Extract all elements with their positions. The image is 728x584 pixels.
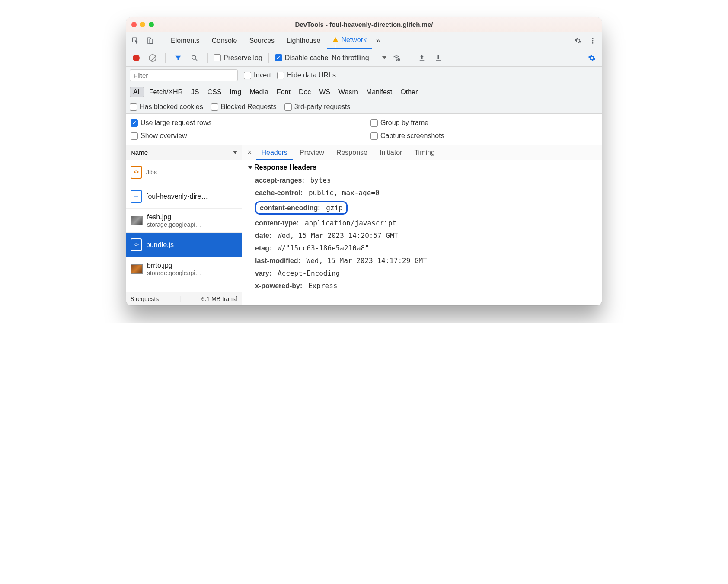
request-primary: brrto.jpg xyxy=(147,262,201,270)
type-img[interactable]: Img xyxy=(227,87,245,97)
request-row[interactable]: <> /libs xyxy=(126,160,242,184)
type-js[interactable]: JS xyxy=(188,87,203,97)
header-line: x-powered-by: Express xyxy=(248,279,596,292)
close-details-icon[interactable]: × xyxy=(245,148,255,157)
blocked-requests-label: Blocked Requests xyxy=(221,103,277,111)
tab-lighthouse[interactable]: Lighthouse xyxy=(281,32,326,49)
request-secondary: storage.googleapi… xyxy=(147,270,201,276)
network-settings-gear-icon[interactable] xyxy=(585,51,598,64)
window-minimize-button[interactable] xyxy=(140,22,145,27)
separator xyxy=(579,53,579,63)
separator xyxy=(268,53,269,63)
type-wasm[interactable]: Wasm xyxy=(335,87,361,97)
search-icon[interactable] xyxy=(188,51,201,64)
header-line: content-type: application/javascript xyxy=(248,217,596,229)
name-column-header[interactable]: Name xyxy=(126,145,242,160)
type-doc[interactable]: Doc xyxy=(295,87,314,97)
disable-cache-label: Disable cache xyxy=(285,54,329,62)
header-value: application/javascript xyxy=(305,219,396,227)
header-value: gzip xyxy=(326,204,343,212)
request-primary: bundle.js xyxy=(146,241,174,249)
request-row[interactable]: fesh.jpg storage.googleapi… xyxy=(126,209,242,233)
type-all[interactable]: All xyxy=(130,87,144,97)
device-toolbar-icon[interactable] xyxy=(144,34,156,47)
request-row[interactable]: brrto.jpg storage.googleapi… xyxy=(126,257,242,281)
kebab-menu-icon[interactable] xyxy=(586,34,599,47)
header-line: last-modified: Wed, 15 Mar 2023 14:17:29… xyxy=(248,254,596,267)
window-close-button[interactable] xyxy=(131,22,137,27)
tab-elements[interactable]: Elements xyxy=(166,32,205,49)
inspect-element-icon[interactable] xyxy=(129,34,142,47)
throttling-select[interactable]: No throttling xyxy=(332,54,386,62)
header-line: accept-ranges: bytes xyxy=(248,174,596,186)
script-file-icon: <> xyxy=(131,166,142,179)
type-filter-row: All Fetch/XHR JS CSS Img Media Font Doc … xyxy=(126,84,602,100)
network-conditions-icon[interactable] xyxy=(390,51,403,64)
download-har-icon[interactable] xyxy=(432,51,445,64)
svg-rect-2 xyxy=(150,39,153,44)
detail-tabs: × Headers Preview Response Initiator Tim… xyxy=(242,145,602,160)
detail-tab-preview[interactable]: Preview xyxy=(294,145,329,160)
separator xyxy=(567,36,567,45)
image-thumb-icon xyxy=(131,264,143,274)
request-row-selected[interactable]: <> bundle.js xyxy=(126,233,242,257)
request-secondary: /libs xyxy=(146,169,157,176)
titlebar: DevTools - foul-heavenly-direction.glitc… xyxy=(126,17,602,32)
tab-sources[interactable]: Sources xyxy=(244,32,280,49)
disable-cache-checkbox[interactable]: Disable cache xyxy=(275,54,329,62)
header-value: Express xyxy=(308,282,337,290)
blocked-cookies-checkbox[interactable]: Has blocked cookies xyxy=(130,103,203,111)
extra-filter-row: Has blocked cookies Blocked Requests 3rd… xyxy=(126,100,602,114)
header-line: etag: W/"15cc63-186e5a210a8" xyxy=(248,242,596,254)
type-other[interactable]: Other xyxy=(397,87,421,97)
window-zoom-button[interactable] xyxy=(149,22,154,27)
tab-network-label: Network xyxy=(341,31,367,48)
settings-gear-icon[interactable] xyxy=(572,34,584,47)
request-list-panel: Name <> /libs foul-heavenly-dire xyxy=(126,145,242,305)
checkbox-box xyxy=(244,72,251,79)
header-name: cache-control: xyxy=(255,189,303,196)
header-line-highlighted: content-encoding: gzip xyxy=(248,199,596,217)
svg-point-5 xyxy=(592,42,594,43)
response-headers-section[interactable]: Response Headers xyxy=(248,164,596,171)
detail-tab-timing[interactable]: Timing xyxy=(409,145,440,160)
request-details-panel: × Headers Preview Response Initiator Tim… xyxy=(242,145,602,305)
filter-input[interactable] xyxy=(130,69,238,81)
svg-rect-9 xyxy=(419,60,424,61)
tab-console[interactable]: Console xyxy=(207,32,243,49)
type-manifest[interactable]: Manifest xyxy=(363,87,396,97)
large-rows-checkbox[interactable]: Use large request rows xyxy=(131,119,358,127)
capture-screenshots-checkbox[interactable]: Capture screenshots xyxy=(370,132,597,140)
more-tabs-button[interactable]: » xyxy=(374,32,383,49)
detail-tab-headers[interactable]: Headers xyxy=(256,145,293,160)
record-button[interactable] xyxy=(130,51,143,64)
third-party-label: 3rd-party requests xyxy=(294,103,351,111)
hide-data-urls-checkbox[interactable]: Hide data URLs xyxy=(277,71,336,79)
type-media[interactable]: Media xyxy=(246,87,272,97)
invert-checkbox[interactable]: Invert xyxy=(244,71,271,79)
type-fetchxhr[interactable]: Fetch/XHR xyxy=(146,87,186,97)
clear-button[interactable] xyxy=(146,51,159,64)
third-party-checkbox[interactable]: 3rd-party requests xyxy=(284,103,351,111)
network-toolbar: Preserve log Disable cache No throttling xyxy=(126,49,602,67)
header-value: bytes xyxy=(310,176,331,184)
type-css[interactable]: CSS xyxy=(204,87,225,97)
filter-toggle-icon[interactable] xyxy=(172,51,185,64)
type-ws[interactable]: WS xyxy=(316,87,334,97)
type-font[interactable]: Font xyxy=(273,87,294,97)
group-by-frame-checkbox[interactable]: Group by frame xyxy=(370,119,597,127)
detail-tab-initiator[interactable]: Initiator xyxy=(374,145,407,160)
detail-tab-response[interactable]: Response xyxy=(331,145,373,160)
blocked-requests-checkbox[interactable]: Blocked Requests xyxy=(211,103,277,111)
tab-network[interactable]: Network xyxy=(327,32,372,49)
upload-har-icon[interactable] xyxy=(415,51,428,64)
request-primary: foul-heavenly-dire… xyxy=(146,193,208,200)
show-overview-label: Show overview xyxy=(140,132,187,140)
request-row[interactable]: foul-heavenly-dire… xyxy=(126,184,242,209)
hide-data-urls-label: Hide data URLs xyxy=(287,71,336,79)
show-overview-checkbox[interactable]: Show overview xyxy=(131,132,358,140)
header-value: public, max-age=0 xyxy=(309,189,380,197)
separator xyxy=(207,53,208,63)
header-value: Wed, 15 Mar 2023 14:20:57 GMT xyxy=(278,231,398,240)
preserve-log-checkbox[interactable]: Preserve log xyxy=(214,54,262,62)
